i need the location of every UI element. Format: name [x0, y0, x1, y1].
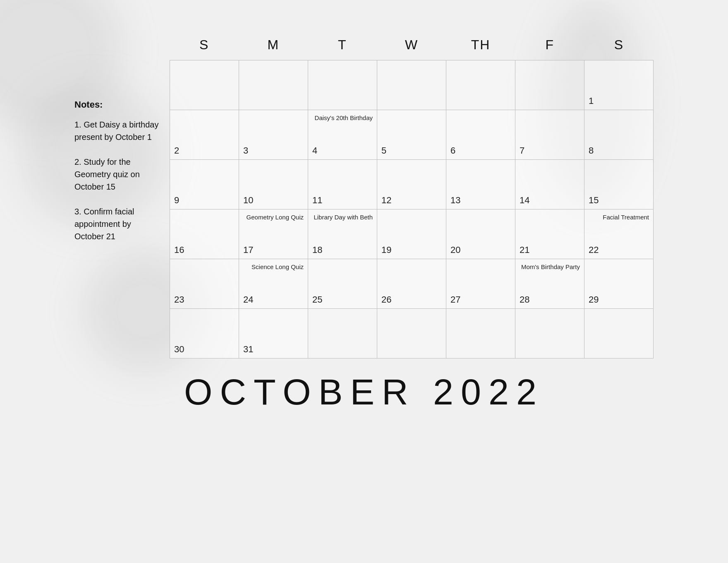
note-2: 2. Study for the Geometry quiz on Octobe…: [74, 156, 161, 193]
cell-date-number: 23: [174, 294, 184, 305]
cell-event-text: Facial Treatment: [589, 213, 649, 221]
calendar-cell[interactable]: 20: [446, 209, 515, 259]
dow-tue: T: [308, 33, 377, 57]
cell-date-number: 10: [243, 195, 253, 206]
cell-date-number: 31: [243, 344, 253, 355]
cell-event-text: Geometry Long Quiz: [243, 213, 304, 221]
cell-date-number: 7: [520, 145, 524, 156]
cell-event-text: Mom's Birthday Party: [520, 262, 580, 271]
notes-title: Notes:: [74, 99, 161, 110]
calendar-cell[interactable]: 12: [377, 160, 446, 209]
calendar-cell[interactable]: 8: [584, 110, 654, 160]
cell-date-number: 24: [243, 294, 253, 305]
cell-date-number: 18: [312, 245, 322, 255]
cell-date-number: 6: [450, 145, 455, 156]
cell-date-number: 26: [381, 294, 391, 305]
dow-sun: S: [170, 33, 239, 57]
cell-event-text: Daisy's 20th Birthday: [312, 113, 373, 122]
calendar-cell[interactable]: Geometry Long Quiz17: [239, 209, 308, 259]
calendar-cell[interactable]: 7: [515, 110, 584, 160]
calendar-cell[interactable]: 15: [584, 160, 654, 209]
dow-mon: M: [239, 33, 308, 57]
cell-date-number: 30: [174, 344, 184, 355]
calendar-cell[interactable]: 23: [170, 259, 239, 309]
cell-date-number: 5: [381, 145, 386, 156]
calendar-cell[interactable]: 29: [584, 259, 654, 309]
cell-date-number: 25: [312, 294, 322, 305]
cell-date-number: 9: [174, 195, 179, 206]
cell-date-number: 17: [243, 245, 253, 255]
calendar-cell[interactable]: [239, 60, 308, 110]
cell-date-number: 19: [381, 245, 391, 255]
sidebar: Notes: 1. Get Daisy a birthday present b…: [74, 33, 170, 358]
calendar-cell[interactable]: 13: [446, 160, 515, 209]
calendar-cell[interactable]: [584, 309, 654, 358]
cell-event-text: Science Long Quiz: [243, 262, 304, 271]
cell-date-number: 13: [450, 195, 460, 206]
cell-date-number: 1: [589, 96, 594, 106]
calendar-cell[interactable]: [515, 309, 584, 358]
calendar-cell[interactable]: Science Long Quiz24: [239, 259, 308, 309]
dow-header: S M T W TH F S: [170, 33, 654, 57]
page-container: Notes: 1. Get Daisy a birthday present b…: [0, 0, 728, 563]
cell-date-number: 11: [312, 195, 322, 206]
calendar-cell[interactable]: [308, 60, 377, 110]
calendar-cell[interactable]: 16: [170, 209, 239, 259]
calendar-cell[interactable]: 1: [584, 60, 654, 110]
calendar-cell[interactable]: 3: [239, 110, 308, 160]
calendar-cell[interactable]: 25: [308, 259, 377, 309]
calendar-cell[interactable]: [377, 309, 446, 358]
calendar-cell[interactable]: [446, 309, 515, 358]
cell-date-number: 2: [174, 145, 179, 156]
calendar-cell[interactable]: 9: [170, 160, 239, 209]
calendar-main: S M T W TH F S 123Daisy's 20th Birthday4…: [170, 33, 654, 358]
calendar-cell[interactable]: [515, 60, 584, 110]
cell-date-number: 12: [381, 195, 391, 206]
calendar-cell[interactable]: [446, 60, 515, 110]
calendar-cell[interactable]: 26: [377, 259, 446, 309]
calendar-cell[interactable]: 21: [515, 209, 584, 259]
calendar-cell[interactable]: Daisy's 20th Birthday4: [308, 110, 377, 160]
calendar-cell[interactable]: [377, 60, 446, 110]
note-1: 1. Get Daisy a birthday present by Octob…: [74, 118, 161, 143]
cell-date-number: 4: [312, 145, 317, 156]
calendar-cell[interactable]: 30: [170, 309, 239, 358]
calendar-cell[interactable]: 10: [239, 160, 308, 209]
calendar-cell[interactable]: 5: [377, 110, 446, 160]
cell-date-number: 21: [520, 245, 529, 255]
dow-thu: TH: [446, 33, 515, 57]
dow-fri: F: [515, 33, 584, 57]
cell-date-number: 16: [174, 245, 184, 255]
cell-date-number: 29: [589, 294, 599, 305]
month-title: OCTOBER 2022: [184, 371, 544, 413]
calendar-cell[interactable]: 14: [515, 160, 584, 209]
calendar-cell[interactable]: 31: [239, 309, 308, 358]
cell-date-number: 28: [520, 294, 529, 305]
calendar-grid: 123Daisy's 20th Birthday4567891011121314…: [170, 60, 654, 358]
calendar-cell[interactable]: [308, 309, 377, 358]
cell-date-number: 27: [450, 294, 460, 305]
note-3: 3. Confirm facial appointment by October…: [74, 205, 161, 243]
calendar-cell[interactable]: 2: [170, 110, 239, 160]
calendar-area: Notes: 1. Get Daisy a birthday present b…: [74, 33, 654, 358]
dow-sat: S: [584, 33, 654, 57]
cell-date-number: 22: [589, 245, 599, 255]
calendar-cell[interactable]: 27: [446, 259, 515, 309]
dow-wed: W: [377, 33, 446, 57]
cell-date-number: 8: [589, 145, 594, 156]
cell-date-number: 15: [589, 195, 599, 206]
calendar-cell[interactable]: 6: [446, 110, 515, 160]
calendar-cell[interactable]: Library Day with Beth18: [308, 209, 377, 259]
calendar-cell[interactable]: Facial Treatment22: [584, 209, 654, 259]
cell-event-text: Library Day with Beth: [312, 213, 373, 221]
calendar-cell[interactable]: 19: [377, 209, 446, 259]
calendar-cell[interactable]: [170, 60, 239, 110]
calendar-cell[interactable]: Mom's Birthday Party28: [515, 259, 584, 309]
calendar-cell[interactable]: 11: [308, 160, 377, 209]
cell-date-number: 20: [450, 245, 460, 255]
cell-date-number: 3: [243, 145, 248, 156]
cell-date-number: 14: [520, 195, 529, 206]
